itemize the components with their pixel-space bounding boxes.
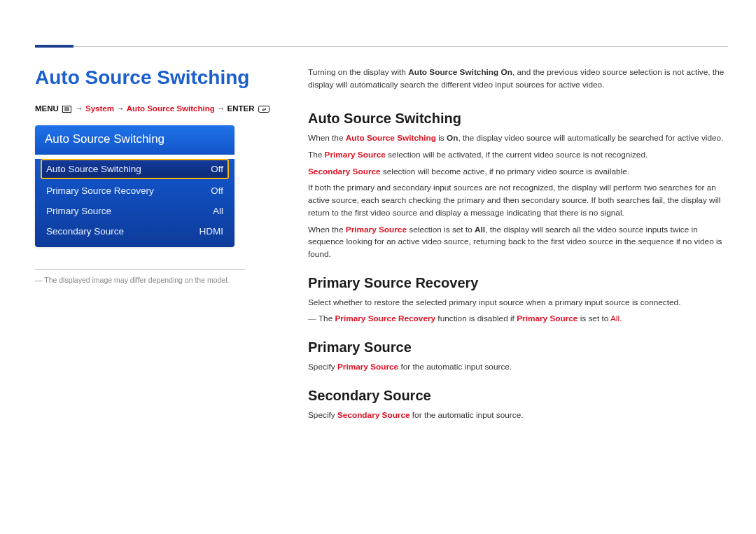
disclaimer-text: The displayed image may differ depending… [35,276,273,284]
text-red: Primary Source [337,362,398,372]
heading-secondary-source: Secondary Source [308,388,728,404]
text-red: Secondary Source [337,410,410,420]
osd-row-value: Off [211,185,223,196]
breadcrumb-arrow: → [75,104,83,113]
text-red: Primary Source [517,314,578,323]
text: for the automatic input source. [398,362,512,372]
breadcrumb-arrow: → [217,104,225,113]
right-column: Turning on the display with Auto Source … [308,66,728,426]
note: The Primary Source Recovery function is … [308,313,728,325]
text: is [436,133,447,143]
breadcrumb-item: Auto Source Switching [127,104,215,113]
text: is set to [578,314,610,323]
text: function is disabled if [435,314,517,323]
osd-row-value: Off [211,164,223,174]
text: When the [308,225,346,234]
breadcrumb: MENU → System → Auto Source Switching → … [35,104,273,114]
text-bold: All [475,225,485,234]
osd-row-label: Primary Source Recovery [46,185,154,196]
text: The [308,150,325,160]
paragraph: Specify Secondary Source for the automat… [308,409,728,422]
osd-body: Auto Source Switching Off Primary Source… [35,159,234,247]
text: Specify [308,362,337,372]
paragraph: The Primary Source selection will be act… [308,149,728,162]
breadcrumb-arrow: → [116,104,125,113]
text-red: Primary Source [346,225,407,234]
text: Turning on the display with [308,67,408,77]
breadcrumb-system: System [85,104,114,113]
breadcrumb-enter: ENTER [227,104,255,113]
heading-primary-source-recovery: Primary Source Recovery [308,275,728,291]
text: selection will become active, if no prim… [381,167,629,176]
text: When the [308,133,346,143]
enter-icon [258,106,270,114]
osd-row-primary-source-recovery[interactable]: Primary Source Recovery Off [41,181,229,201]
page-content: Auto Source Switching MENU → System → Au… [35,66,728,426]
text-red: Primary Source [325,150,386,160]
text: The [318,314,335,323]
left-column: Auto Source Switching MENU → System → Au… [35,66,273,426]
paragraph: Select whether to restore the selected p… [308,297,728,309]
text: . [620,314,622,323]
paragraph: If both the primary and secondary input … [308,182,728,219]
osd-panel: Auto Source Switching Auto Source Switch… [35,125,234,247]
text-bold: On [447,133,458,143]
heading-auto-source-switching: Auto Source Switching [308,111,728,127]
osd-row-label: Primary Source [46,206,111,216]
osd-row-label: Auto Source Switching [46,164,141,174]
heading-primary-source: Primary Source [308,339,728,356]
header-accent [35,45,74,48]
paragraph: When the Auto Source Switching is On, th… [308,132,728,145]
paragraph: Secondary Source selection will become a… [308,166,728,178]
osd-row-value: All [213,206,223,216]
text: Specify [308,410,337,420]
header-divider [35,46,728,47]
osd-row-secondary-source[interactable]: Secondary Source HDMI [41,221,229,241]
menu-icon [62,106,71,114]
text-red: Primary Source Recovery [335,314,435,323]
text: , the display video source will automati… [458,133,723,143]
text: for the automatic input source. [410,410,524,420]
text-red: Auto Source Switching [346,133,436,143]
svg-rect-4 [258,106,269,113]
text-bold: Auto Source Switching On [408,67,512,77]
page-title: Auto Source Switching [35,66,273,89]
intro-paragraph: Turning on the display with Auto Source … [308,66,728,91]
paragraph: Specify Primary Source for the automatic… [308,361,728,374]
text-red: Secondary Source [308,167,381,176]
breadcrumb-menu: MENU [35,104,59,113]
paragraph: When the Primary Source selection is set… [308,224,728,261]
text: selection will be activated, if the curr… [386,150,648,160]
text: selection is set to [407,225,475,234]
left-divider [35,269,245,270]
osd-row-value: HDMI [200,226,224,237]
osd-row-label: Secondary Source [46,226,124,237]
text-red: All [610,314,620,323]
osd-title: Auto Source Switching [35,125,234,155]
osd-row-primary-source[interactable]: Primary Source All [41,201,229,221]
osd-row-auto-source-switching[interactable]: Auto Source Switching Off [41,159,229,179]
